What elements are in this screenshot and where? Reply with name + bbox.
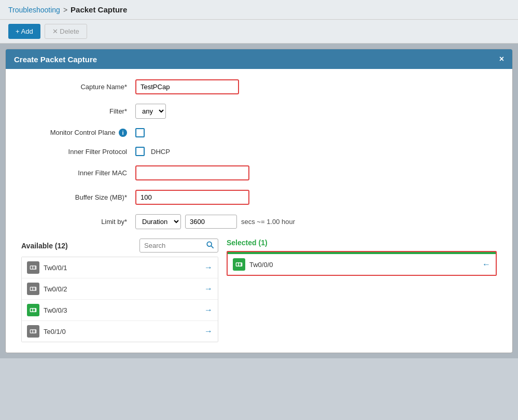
add-to-selected-icon[interactable]: → — [204, 263, 213, 272]
remove-from-selected-icon[interactable]: ← — [482, 260, 491, 269]
svg-rect-9 — [31, 309, 32, 312]
duration-input[interactable] — [185, 215, 237, 229]
capture-name-label: Capture Name* — [21, 83, 135, 91]
modal-header: Create Packet Capture × — [6, 49, 512, 69]
interface-name: Tw0/0/3 — [44, 306, 67, 314]
list-item[interactable]: Tw0/0/2 → — [22, 278, 218, 300]
available-panel: Available (12) — [21, 239, 218, 342]
list-item[interactable]: Tw0/0/1 → — [22, 257, 218, 278]
search-input[interactable] — [140, 240, 202, 251]
interface-icon — [27, 283, 39, 295]
add-to-selected-icon[interactable]: → — [204, 305, 213, 315]
add-to-selected-icon[interactable]: → — [204, 284, 213, 293]
selected-interface-name: Tw0/0/0 — [249, 261, 273, 269]
interface-icon — [233, 258, 245, 271]
capture-name-row: Capture Name* — [21, 79, 497, 94]
add-to-selected-icon[interactable]: → — [204, 327, 213, 336]
selected-list-item[interactable]: Tw0/0/0 ← — [228, 254, 496, 275]
interface-icon — [27, 304, 39, 316]
available-panel-header: Available (12) — [21, 239, 218, 253]
selected-panel: Selected (1) — [227, 239, 497, 342]
svg-rect-16 — [239, 263, 241, 266]
inner-filter-mac-label: Inner Filter MAC — [21, 169, 135, 177]
available-list: Tw0/0/1 → — [21, 257, 218, 342]
modal-title: Create Packet Capture — [14, 55, 97, 64]
info-icon[interactable]: i — [119, 129, 127, 137]
delete-button[interactable]: ✕ Delete — [45, 24, 87, 39]
search-button[interactable] — [202, 239, 218, 252]
inner-filter-proto-row: Inner Filter Protocol DHCP — [21, 147, 497, 156]
inner-filter-proto-label: Inner Filter Protocol — [21, 148, 135, 156]
limit-by-row: Limit by* Duration secs ~= 1.00 hour — [21, 214, 497, 229]
buffer-size-label: Buffer Size (MB)* — [21, 193, 135, 201]
svg-rect-13 — [33, 330, 35, 333]
list-item[interactable]: Tw0/0/3 → — [22, 300, 218, 321]
inner-filter-mac-input[interactable] — [135, 165, 249, 180]
svg-line-1 — [211, 246, 213, 248]
interface-icon — [27, 325, 39, 338]
selected-list: Tw0/0/0 ← — [227, 251, 497, 276]
bottom-section: Available (12) — [21, 239, 497, 342]
add-button[interactable]: + Add — [8, 24, 40, 39]
dhcp-label: DHCP — [151, 148, 170, 156]
buffer-size-input[interactable] — [135, 190, 249, 205]
topbar: Troubleshooting > Packet Capture — [0, 0, 518, 20]
selected-panel-title: Selected (1) — [227, 239, 497, 247]
monitor-cp-checkbox[interactable] — [135, 128, 145, 137]
breadcrumb-separator: > — [63, 6, 67, 14]
interface-name: Tw0/0/2 — [44, 285, 67, 293]
svg-rect-3 — [31, 267, 32, 269]
page-title: Packet Capture — [71, 5, 127, 14]
filter-label: Filter* — [21, 107, 135, 115]
duration-unit: secs ~= 1.00 hour — [241, 218, 295, 226]
list-item[interactable]: Te0/1/0 → — [22, 321, 218, 342]
interface-icon — [27, 261, 39, 274]
interface-name: Te0/1/0 — [44, 328, 66, 335]
search-box — [139, 239, 218, 253]
nav-troubleshooting[interactable]: Troubleshooting — [8, 6, 60, 14]
modal-overlay: Create Packet Capture × Capture Name* Fi… — [0, 44, 518, 358]
interface-name: Tw0/0/1 — [44, 264, 67, 272]
monitor-cp-row: Monitor Control Plane i — [21, 128, 497, 137]
create-packet-capture-modal: Create Packet Capture × Capture Name* Fi… — [5, 49, 513, 353]
monitor-cp-label: Monitor Control Plane i — [21, 129, 135, 137]
filter-select[interactable]: any — [135, 104, 166, 119]
svg-rect-10 — [33, 309, 35, 312]
svg-rect-12 — [31, 330, 32, 333]
limit-by-select[interactable]: Duration — [135, 214, 181, 229]
svg-rect-15 — [236, 263, 238, 266]
buffer-size-row: Buffer Size (MB)* — [21, 190, 497, 205]
svg-rect-6 — [31, 288, 32, 290]
filter-row: Filter* any — [21, 104, 497, 119]
svg-rect-4 — [33, 267, 35, 269]
modal-close-button[interactable]: × — [499, 54, 504, 64]
available-panel-title: Available (12) — [21, 242, 68, 250]
limit-by-label: Limit by* — [21, 218, 135, 226]
dhcp-checkbox[interactable] — [135, 147, 145, 156]
inner-filter-mac-row: Inner Filter MAC — [21, 165, 497, 180]
capture-name-input[interactable] — [135, 79, 239, 94]
modal-body: Capture Name* Filter* any Monitor Contro… — [6, 69, 512, 353]
svg-rect-7 — [33, 288, 35, 290]
toolbar: + Add ✕ Delete — [0, 20, 518, 44]
